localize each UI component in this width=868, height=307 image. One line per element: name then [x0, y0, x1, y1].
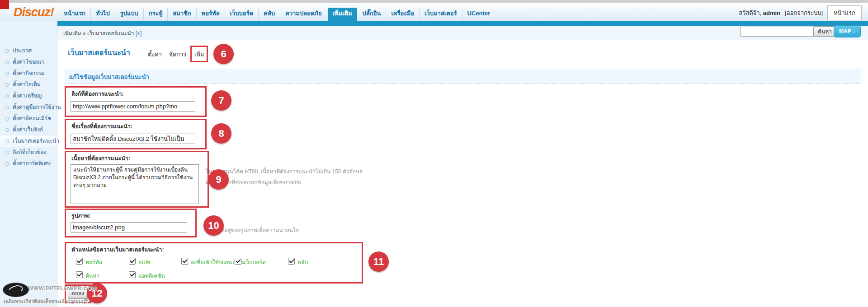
link-field-label: ลิงก์ที่ต้องการแนะนำ:	[71, 89, 124, 98]
annotation-circle-9: 9	[208, 169, 229, 190]
sidebar-item-webmaster-recommend-active[interactable]: เว็บมาสเตอร์แนะนำ	[0, 135, 57, 147]
nav-item-security[interactable]: ความปลอดภัย	[280, 8, 327, 21]
flower-swirl-icon	[7, 284, 24, 297]
checkbox-space-label: สเปซ	[138, 258, 151, 266]
bullet-icon	[5, 128, 9, 132]
sidebar-item-announcements[interactable]: ประกาศ	[0, 45, 57, 56]
breadcrumb: เพิ่มเติม » เว็บมาสเตอร์แนะนำ [+]	[63, 29, 142, 37]
sidebar-item-label: ตั้งค่าคู่มือการใช้งาน	[13, 104, 61, 110]
top-nav: หน้าแรก ทั่วไป รูปแบบ กระทู้ สมาชิก พอร์…	[59, 8, 495, 21]
checkbox-space[interactable]	[129, 258, 136, 265]
checkbox-application[interactable]	[129, 271, 136, 278]
nav-item-webmaster[interactable]: เว็บมาสเตอร์	[420, 8, 462, 21]
bullet-icon	[5, 94, 9, 98]
watermark-tagline: เฉลิมพระเกียรติสมเด็จพระเจ้ากรุงธนบุรี	[4, 297, 88, 305]
sidebar-menu: ประกาศ ตั้งค่าโฆษณา ตั้งค่ากิจกรรม ตั้งค…	[0, 45, 57, 169]
position-field-label: ตำแหน่งข้อความเว็บมาสเตอร์แนะนำ:	[71, 245, 164, 254]
link-field-input[interactable]	[71, 101, 195, 112]
watermark-site-text: WWW.PPTFLOWER.COM	[28, 285, 97, 292]
sidebar-item-weblinks[interactable]: ตั้งค่าเว็บลิงก์	[0, 124, 57, 135]
annotation-circle-8: 8	[211, 123, 231, 144]
nav-item-portal[interactable]: พอร์ทัล	[197, 8, 225, 21]
breadcrumb-expand-link[interactable]: [+]	[136, 30, 142, 37]
sidebar-item-label: ประกาศ	[13, 47, 32, 54]
checkbox-forum[interactable]	[235, 258, 241, 265]
home-button[interactable]: หน้าแรก	[827, 5, 862, 20]
image-field-input[interactable]	[71, 222, 187, 233]
greeting-text: สวัสดีจ้า, admin	[739, 8, 780, 18]
sidebar-item-ecommerce[interactable]: ตั้งค่าอีคอมเมิร์ซ	[0, 113, 57, 124]
sidebar-item-medals[interactable]: ตั้งค่าเหรียญ	[0, 90, 57, 102]
search-button[interactable]: ค้นหา	[814, 26, 836, 37]
discuz-control-panel: Discuz! Control Panel หน้าแรก ทั่วไป รูป…	[0, 0, 868, 307]
bullet-icon	[5, 49, 9, 53]
breadcrumb-text: เพิ่มเติม » เว็บมาสเตอร์แนะนำ	[63, 30, 134, 37]
bullet-icon	[5, 72, 9, 75]
nav-item-club[interactable]: คลับ	[259, 8, 280, 21]
checkbox-search[interactable]	[76, 271, 83, 278]
title-field-input[interactable]	[71, 134, 195, 144]
section-title: แก้ไขข้อมูลเว็บมาสเตอร์แนะนำ	[69, 72, 149, 82]
sidebar-item-ads[interactable]: ตั้งค่าโฆษณา	[0, 56, 57, 68]
bullet-icon	[5, 117, 9, 121]
nav-item-ucenter[interactable]: UCenter	[462, 8, 495, 21]
sidebar-item-activities[interactable]: ตั้งค่ากิจกรรม	[0, 68, 57, 79]
discuz-logo: Discuz!	[14, 5, 54, 19]
content-field-label: เนื้อหาที่ต้องการแนะนำ:	[71, 154, 130, 163]
title-field-label: ชื่อเรื่องที่ต้องการแนะนำ:	[71, 122, 132, 131]
nav-item-general[interactable]: ทั่วไป	[91, 8, 115, 21]
checkbox-portal[interactable]	[76, 258, 83, 265]
sidebar-item-label: ตั้งค่าการ์ดพิเศษ	[13, 160, 51, 167]
bullet-icon	[5, 106, 9, 109]
nav-accent-bar	[57, 21, 868, 26]
logout-link[interactable]: [ออกจากระบบ]	[785, 8, 823, 18]
nav-item-more-active[interactable]: เพิ่มเติม	[328, 8, 357, 21]
greeting-prefix: สวัสดีจ้า,	[739, 9, 761, 16]
tab-settings[interactable]: ตั้งค่า	[148, 50, 162, 59]
checkbox-login-register[interactable]	[181, 258, 188, 265]
nav-item-style[interactable]: รูปแบบ	[115, 8, 144, 21]
nav-item-home[interactable]: หน้าแรก	[59, 8, 91, 21]
nav-item-tools[interactable]: เครื่องมือ	[386, 8, 420, 21]
image-field-label: รูปภาพ:	[71, 211, 90, 220]
sidebar-item-label: ตั้งค่าเหรียญ	[13, 93, 42, 99]
annotation-circle-10: 10	[203, 215, 224, 236]
nav-item-plugins[interactable]: ปลั๊กอิน	[358, 8, 387, 21]
corner-red-square	[0, 0, 9, 9]
checkbox-search-label: ค้นหา	[85, 271, 99, 280]
nav-item-forum[interactable]: เว็บบอร์ด	[225, 8, 259, 21]
bullet-icon	[5, 151, 9, 154]
checkbox-portal-label: พอร์ทัล	[85, 258, 102, 266]
checkbox-application-label: แอพลิเคชัน	[138, 271, 165, 280]
nav-item-members[interactable]: สมาชิก	[168, 8, 197, 21]
sidebar-item-items[interactable]: ตั้งค่าไอเท็ม	[0, 79, 57, 90]
sidebar-item-label: ตั้งค่าโฆษณา	[13, 59, 44, 65]
bullet-icon	[5, 162, 9, 166]
nav-item-threads[interactable]: กระทู้	[144, 8, 168, 21]
sidebar-item-label: เว็บมาสเตอร์แนะนำ	[13, 138, 59, 144]
checkbox-forum-label: เว็บบอร์ด	[244, 258, 266, 266]
checkbox-club[interactable]	[288, 258, 295, 265]
map-button[interactable]: MAP ↓	[834, 25, 861, 37]
tab-manage[interactable]: จัดการ	[169, 50, 186, 59]
sidebar-item-label: ตั้งค่าอีคอมเมิร์ซ	[13, 115, 51, 121]
checkbox-club-label: คลับ	[297, 258, 308, 266]
bullet-icon	[5, 140, 9, 143]
content-field-textarea[interactable]: แนะนำให้อ่านกระทู้นี้ รวมคู่มือการใช้งาน…	[71, 164, 199, 204]
bullet-icon	[5, 83, 9, 87]
content-hint-line1: ไม่สนับสนุนโค้ด HTML เนื้อหาที่ต้องการแน…	[206, 167, 362, 176]
sidebar-item-related-links[interactable]: ลิงก์ที่เกี่ยวข้อง	[0, 147, 57, 158]
annotation-circle-7: 7	[211, 90, 231, 111]
sidebar-item-manual[interactable]: ตั้งค่าคู่มือการใช้งาน	[0, 102, 57, 113]
tab-add-active[interactable]: เพิ่ม	[194, 50, 204, 59]
sidebar-item-label: ตั้งค่ากิจกรรม	[13, 70, 45, 76]
sidebar-item-label: ตั้งค่าเว็บลิงก์	[13, 126, 43, 133]
sidebar-item-special-card[interactable]: ตั้งค่าการ์ดพิเศษ	[0, 158, 57, 169]
annotation-circle-6: 6	[213, 44, 234, 64]
sidebar-item-label: ลิงก์ที่เกี่ยวข้อง	[13, 149, 47, 155]
section-band	[65, 69, 861, 84]
sidebar-item-label: ตั้งค่าไอเท็ม	[13, 81, 41, 88]
search-input[interactable]	[741, 27, 814, 37]
pptflower-logo	[3, 283, 29, 297]
annotation-circle-11: 11	[368, 251, 389, 272]
